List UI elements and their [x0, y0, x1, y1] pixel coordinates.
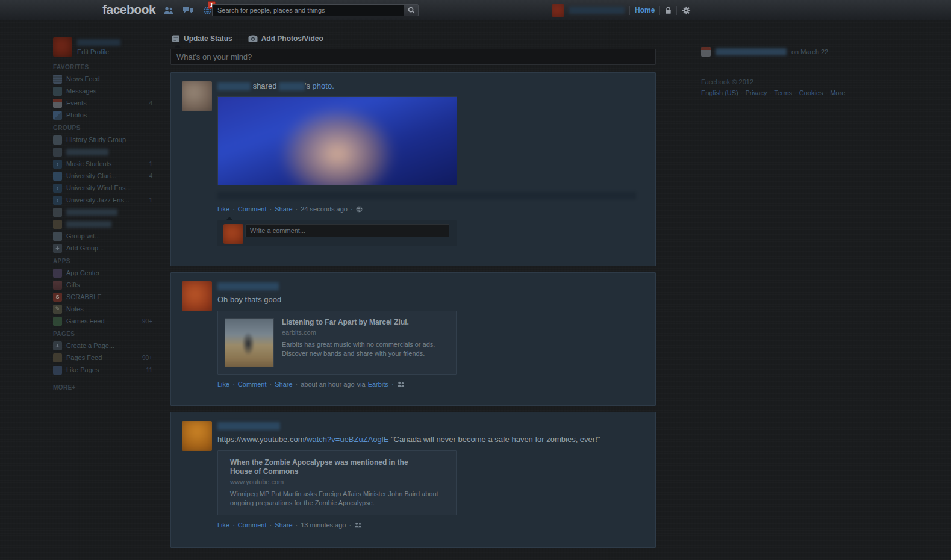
photos-icon: [53, 111, 62, 120]
messages-button[interactable]: [181, 5, 195, 16]
sidebar-item-group[interactable]: Group wit...: [53, 230, 154, 242]
sidebar-item-scrabble[interactable]: SCRABBLE: [53, 291, 154, 303]
messages-icon: [182, 7, 193, 14]
redacted-user-name[interactable]: [217, 82, 251, 90]
profile-avatar[interactable]: [552, 4, 564, 17]
redacted-profile-name[interactable]: [569, 7, 625, 14]
post-action-row: Like Comment Share 13 minutes ago: [217, 521, 362, 529]
update-status-tab[interactable]: Update Status: [172, 34, 232, 43]
section-title: PAGES: [53, 331, 154, 337]
sidebar-item-messages[interactable]: Messages: [53, 85, 154, 97]
comment-link[interactable]: Comment: [238, 521, 267, 529]
sidebar-item-group[interactable]: University Clari... 4: [53, 170, 154, 182]
separator: [629, 6, 630, 15]
youtube-watch-link[interactable]: watch?v=ueBZuZAoglE: [307, 435, 388, 444]
sidebar-item-group-redacted[interactable]: [53, 146, 154, 158]
sidebar-item-app-center[interactable]: App Center: [53, 267, 154, 279]
attachment-description: Winnipeg MP Pat Martin asks Foreign Affa…: [230, 490, 449, 508]
post-message: Oh boy thats good: [217, 294, 281, 305]
via-app-link[interactable]: Earbits: [368, 381, 388, 388]
post-author-avatar[interactable]: [182, 281, 212, 311]
public-globe-icon: [356, 206, 363, 213]
privacy-shortcuts-button[interactable]: [665, 7, 672, 14]
left-sidebar: Edit Profile FAVORITES News Feed Message…: [53, 37, 154, 391]
music-note-icon: [53, 196, 62, 205]
attachment-title-link[interactable]: Listening to Far Apart by Marcel Ziul.: [282, 318, 447, 327]
share-link[interactable]: Share: [275, 381, 292, 388]
share-link[interactable]: Share: [275, 205, 292, 213]
sidebar-item-group-redacted[interactable]: [53, 206, 154, 218]
section-title: FAVORITES: [53, 64, 154, 70]
redacted-profile-name[interactable]: [77, 39, 120, 46]
music-note-icon: [53, 160, 62, 169]
footer-link-cookies[interactable]: Cookies: [799, 89, 823, 96]
share-link[interactable]: Share: [275, 521, 292, 529]
redacted-user-name[interactable]: [217, 422, 280, 430]
camera-icon: [248, 35, 258, 42]
home-link[interactable]: Home: [635, 6, 655, 14]
footer-link-privacy[interactable]: Privacy: [745, 89, 767, 96]
sidebar-item-news-feed[interactable]: News Feed: [53, 73, 154, 85]
post-action-row: Like Comment Share about an hour ago via…: [217, 381, 405, 388]
sidebar-more-link[interactable]: MORE+: [53, 384, 154, 391]
post-author-avatar[interactable]: [182, 81, 212, 111]
search-button[interactable]: [404, 4, 419, 16]
sidebar-item-group[interactable]: University Wind Ens...: [53, 182, 154, 194]
attachment-thumbnail[interactable]: [225, 318, 274, 367]
friends-audience-icon: [397, 381, 405, 387]
sidebar-item-group[interactable]: History Study Group: [53, 134, 154, 146]
redacted-group-name: [66, 209, 117, 216]
like-link[interactable]: Like: [217, 381, 229, 388]
group-icon: [53, 208, 62, 217]
comment-link[interactable]: Comment: [238, 381, 267, 388]
post-timestamp[interactable]: about an hour ago: [301, 381, 354, 388]
like-link[interactable]: Like: [217, 521, 229, 529]
sidebar-item-games-feed[interactable]: Games Feed 90+: [53, 315, 154, 327]
attachment-title-link[interactable]: When the Zombie Apocalypse was mentioned…: [230, 458, 429, 476]
post-header: [217, 281, 279, 291]
sidebar-section-apps: APPS App Center Gifts SCRABBLE Notes: [53, 258, 154, 327]
comment-input[interactable]: [245, 224, 449, 237]
facebook-logo[interactable]: facebook: [102, 2, 155, 17]
sidebar-item-gifts[interactable]: Gifts: [53, 279, 154, 291]
right-sidebar: on March 22 Facebook © 2012 English (US)…: [701, 47, 876, 96]
sidebar-item-pages-feed[interactable]: Pages Feed 90+: [53, 352, 154, 364]
search-input[interactable]: [212, 4, 404, 16]
photo-link[interactable]: photo.: [313, 81, 334, 90]
status-composer: [170, 49, 656, 65]
footer-link-language[interactable]: English (US): [701, 89, 738, 96]
comment-link[interactable]: Comment: [238, 205, 267, 213]
commenter-avatar[interactable]: [223, 224, 243, 244]
blurred-photo: [217, 96, 457, 185]
group-icon: [53, 148, 62, 157]
sidebar-item-group-redacted[interactable]: [53, 218, 154, 230]
sidebar-item-create-page[interactable]: Create a Page...: [53, 340, 154, 352]
add-photos-video-tab[interactable]: Add Photos/Video: [248, 34, 323, 43]
status-input[interactable]: [171, 52, 655, 61]
shared-photo-image[interactable]: [217, 96, 457, 185]
sidebar-item-like-pages[interactable]: Like Pages 11: [53, 364, 154, 376]
post-shared-photo: shared 's photo. Like Comment Share 24 s…: [170, 72, 656, 266]
post-timestamp[interactable]: 13 minutes ago: [301, 521, 346, 529]
profile-avatar[interactable]: [53, 37, 72, 57]
redacted-group-name: [66, 149, 108, 155]
sidebar-item-group[interactable]: University Jazz Ens... 1: [53, 194, 154, 206]
post-author-avatar[interactable]: [182, 421, 212, 451]
redacted-user-name[interactable]: [217, 282, 279, 290]
edit-profile-link[interactable]: Edit Profile: [77, 48, 120, 55]
link-attachment: When the Zombie Apocalypse was mentioned…: [217, 450, 457, 515]
sidebar-item-photos[interactable]: Photos: [53, 109, 154, 121]
footer-link-terms[interactable]: Terms: [774, 89, 792, 96]
sidebar-item-group[interactable]: Music Students 1: [53, 158, 154, 170]
sidebar-item-events[interactable]: Events 4: [53, 97, 154, 109]
like-link[interactable]: Like: [217, 205, 229, 213]
plus-icon: [53, 341, 62, 350]
post-timestamp[interactable]: 24 seconds ago: [301, 205, 348, 213]
redacted-user-name[interactable]: [279, 82, 305, 90]
friend-requests-button[interactable]: [162, 5, 175, 16]
sidebar-item-notes[interactable]: Notes: [53, 303, 154, 315]
settings-button[interactable]: [682, 6, 691, 15]
redacted-event-name[interactable]: [716, 48, 787, 55]
footer-link-more[interactable]: More: [830, 89, 845, 96]
sidebar-item-add-group[interactable]: Add Group...: [53, 242, 154, 254]
